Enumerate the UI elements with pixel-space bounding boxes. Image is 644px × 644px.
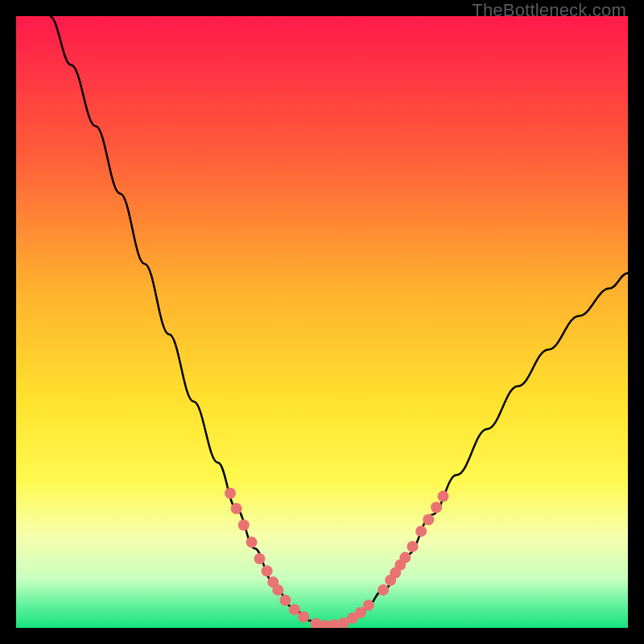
marker-dot <box>246 537 258 548</box>
marker-dot <box>399 552 411 564</box>
marker-dot <box>238 519 250 530</box>
marker-dot <box>378 584 389 596</box>
watermark-text: TheBottleneck.com <box>472 0 626 21</box>
marker-dot <box>431 502 442 513</box>
marker-dot <box>254 553 265 564</box>
marker-dot <box>423 514 434 525</box>
marker-dot <box>225 488 236 499</box>
marker-dot <box>298 611 309 622</box>
marker-dot <box>279 595 291 606</box>
chart-frame <box>16 16 628 628</box>
marker-dot <box>415 526 427 537</box>
marker-dot <box>272 584 283 596</box>
bottleneck-chart <box>16 16 628 628</box>
gradient-background <box>16 16 628 628</box>
marker-dot <box>363 600 374 611</box>
marker-dot <box>262 565 273 576</box>
marker-dot <box>407 541 418 552</box>
marker-dot <box>437 491 448 502</box>
marker-dot <box>289 604 300 615</box>
marker-dot <box>231 503 242 514</box>
